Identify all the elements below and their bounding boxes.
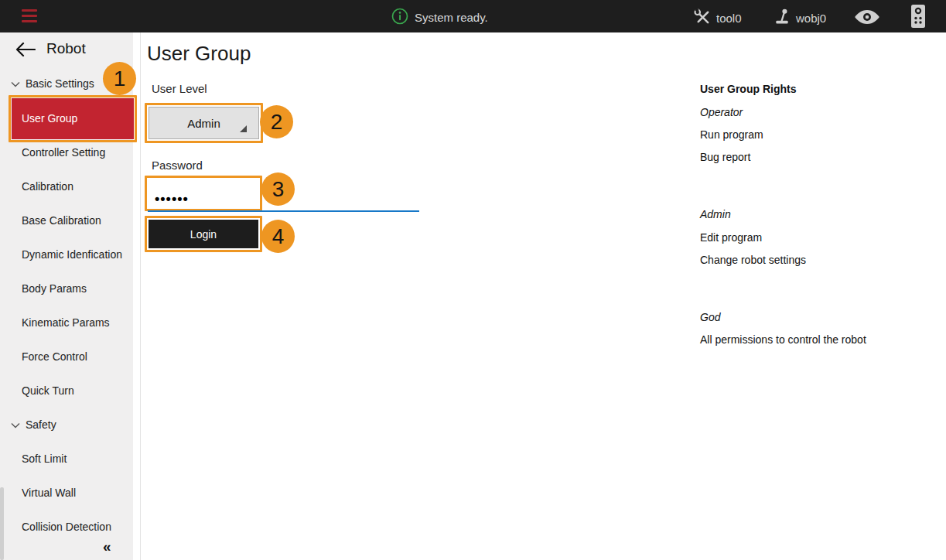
- rights-group-operator: Operator: [700, 105, 743, 120]
- app-window: System ready. tool0: [0, 0, 946, 560]
- tool-label: tool0: [716, 10, 742, 27]
- sidebar-item-quick-turn[interactable]: Quick Turn: [0, 383, 133, 398]
- tool-icon: [693, 8, 711, 29]
- sidebar-collapse-button[interactable]: «: [103, 538, 110, 555]
- sidebar-scrollbar[interactable]: [0, 487, 4, 560]
- sidebar-section-safety[interactable]: Safety: [0, 416, 56, 433]
- annotation-box-4: Login: [145, 216, 262, 252]
- tool-selector[interactable]: tool0: [693, 8, 742, 29]
- menu-icon[interactable]: [22, 9, 37, 23]
- annotation-badge-1: 1: [103, 62, 136, 95]
- rights-item: Change robot settings: [700, 253, 806, 268]
- sidebar-item-body-params[interactable]: Body Params: [0, 281, 133, 296]
- rights-title: User Group Rights: [700, 82, 796, 97]
- status-text: System ready.: [415, 9, 488, 26]
- rights-group-god: God: [700, 310, 720, 325]
- sidebar-title: Robot: [46, 40, 86, 57]
- sidebar-item-user-group[interactable]: User Group: [12, 98, 134, 139]
- sidebar-item-soft-limit[interactable]: Soft Limit: [0, 451, 133, 466]
- system-status: System ready.: [391, 8, 488, 28]
- sidebar-item-calibration[interactable]: Calibration: [0, 179, 133, 194]
- user-level-label: User Level: [152, 82, 207, 95]
- sidebar-item-kinematic-params[interactable]: Kinematic Params: [0, 315, 133, 330]
- user-level-value: Admin: [187, 117, 220, 130]
- password-input[interactable]: [149, 179, 258, 207]
- rights-item: All permissions to control the robot: [700, 333, 866, 347]
- back-arrow-icon[interactable]: [15, 43, 36, 60]
- sidebar-item-base-calibration[interactable]: Base Calibration: [0, 213, 133, 228]
- annotation-badge-2: 2: [260, 105, 293, 138]
- teach-pendant-icon[interactable]: [910, 4, 927, 32]
- sidebar-divider: [140, 32, 141, 560]
- rights-item: Edit program: [700, 230, 762, 245]
- sidebar-item-virtual-wall[interactable]: Virtual Wall: [0, 485, 133, 500]
- sidebar-item-dynamic-idenfication[interactable]: Dynamic Idenfication: [0, 247, 133, 262]
- login-button[interactable]: Login: [149, 220, 258, 248]
- info-icon: [391, 8, 408, 28]
- wobj-selector[interactable]: wobj0: [774, 8, 826, 29]
- password-underline: [148, 210, 419, 212]
- annotation-badge-3: 3: [261, 172, 295, 206]
- user-level-dropdown[interactable]: Admin: [149, 107, 259, 139]
- annotation-box-1: User Group: [9, 95, 137, 142]
- wobj-label: wobj0: [796, 10, 826, 27]
- eye-icon[interactable]: [854, 9, 880, 28]
- rights-item: Run program: [700, 128, 763, 142]
- chevron-down-icon: [11, 418, 20, 432]
- page-title: User Group: [147, 42, 251, 66]
- rights-item: Bug report: [700, 150, 750, 165]
- dropdown-corner-icon: [240, 125, 247, 132]
- chevron-down-icon: [11, 77, 20, 90]
- annotation-box-3: [145, 176, 262, 211]
- sidebar-item-collision-detection[interactable]: Collision Detection: [0, 519, 133, 534]
- sidebar-item-force-control[interactable]: Force Control: [0, 349, 133, 364]
- sidebar-section-basic-settings[interactable]: Basic Settings: [0, 75, 94, 92]
- sidebar-item-controller-setting[interactable]: Controller Setting: [0, 145, 133, 160]
- password-label: Password: [152, 159, 203, 172]
- wobj-icon: [774, 8, 791, 29]
- annotation-badge-4: 4: [261, 220, 295, 253]
- annotation-box-2: Admin: [145, 103, 263, 143]
- top-bar: System ready. tool0: [0, 0, 946, 32]
- rights-group-admin: Admin: [700, 207, 731, 222]
